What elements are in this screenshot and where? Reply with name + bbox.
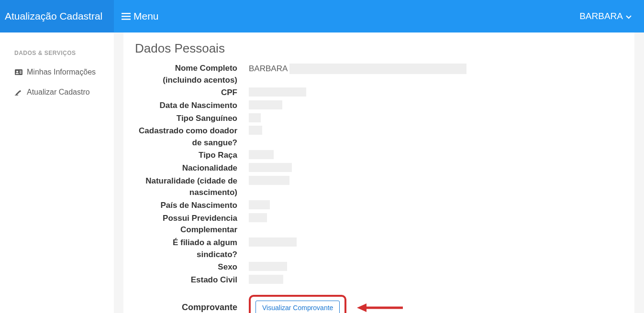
svg-rect-10 [15,95,18,96]
field-value [249,175,289,185]
id-card-icon [14,69,23,75]
redacted-value [249,237,297,247]
field-label: Comprovante [135,302,249,313]
edit-icon [14,89,23,96]
redacted-value [289,64,466,74]
redacted-value [249,150,274,159]
field-naturalidade: Naturalidade (cidade de nascimento) [135,175,623,199]
field-value [249,87,306,97]
menu-toggle[interactable]: Menu [114,11,159,22]
field-label: CPF [135,87,249,99]
field-data-nascimento: Data de Nascimento [135,100,623,112]
redacted-value [249,87,306,97]
field-label: Naturalidade (cidade de nascimento) [135,175,249,199]
svg-rect-2 [122,19,131,20]
content-panel: Dados Pessoais Nome Completo (incluindo … [123,32,634,313]
field-sexo: Sexo [135,261,623,273]
svg-marker-12 [357,303,366,312]
redacted-value [249,100,282,109]
field-label: Cadastrado como doador de sangue? [135,125,249,149]
field-label: País de Nascimento [135,200,249,212]
caret-down-icon [626,11,632,22]
field-value [249,213,267,222]
field-nome-completo: Nome Completo (incluindo acentos) BARBAR… [135,63,623,86]
sidebar-item-minhas-informacoes[interactable]: Minhas Informações [0,62,114,82]
sidebar-heading: DADOS & SERVIÇOS [0,44,114,62]
field-tipo-raca: Tipo Raça [135,150,623,162]
sidebar: DADOS & SERVIÇOS Minhas Informações Atua… [0,32,114,313]
annotation-arrow-icon [356,302,404,313]
field-comprovante: Comprovante Visualizar Comprovante [135,295,623,313]
field-value [249,100,282,109]
svg-rect-0 [122,13,131,14]
field-value [249,162,292,172]
field-label: Estado Civil [135,274,249,286]
field-value [249,200,270,209]
annotation-highlight-box: Visualizar Comprovante [249,295,346,313]
field-label: Tipo Sanguíneo [135,113,249,125]
topbar: Atualização Cadastral Menu BARBARA [0,0,644,32]
svg-rect-6 [20,71,22,71]
sidebar-item-atualizar-cadastro[interactable]: Atualizar Cadastro [0,82,114,102]
nome-value-text: BARBARA [249,63,288,75]
field-value [249,113,261,122]
svg-point-4 [16,71,18,73]
field-nacionalidade: Nacionalidade [135,162,623,174]
section-title: Dados Pessoais [135,41,623,56]
redacted-value [249,113,261,122]
sidebar-item-label: Atualizar Cadastro [27,88,90,97]
content-wrap: Dados Pessoais Nome Completo (incluindo … [114,32,644,313]
field-cpf: CPF [135,87,623,99]
brand-title[interactable]: Atualização Cadastral [0,0,114,32]
field-label: Possui Previdencia Complementar [135,213,249,236]
redacted-value [249,262,287,271]
field-tipo-sanguineo: Tipo Sanguíneo [135,113,623,125]
field-label: Data de Nascimento [135,100,249,112]
field-label: É filiado a algum sindicato? [135,237,249,260]
redacted-value [249,163,292,172]
field-label: Nacionalidade [135,162,249,174]
field-label: Sexo [135,261,249,273]
menu-label: Menu [133,11,159,22]
field-pais-nascimento: País de Nascimento [135,200,623,212]
field-value [249,261,287,271]
redacted-value [249,176,289,185]
user-name: BARBARA [579,11,623,22]
comprovante-actions: Visualizar Comprovante [249,295,404,313]
svg-rect-8 [20,73,22,74]
user-menu[interactable]: BARBARA [579,11,644,22]
svg-rect-5 [16,73,19,74]
hamburger-icon [122,13,131,20]
field-sindicato: É filiado a algum sindicato? [135,237,623,260]
redacted-value [249,200,270,209]
field-value [249,274,283,284]
redacted-value [249,126,262,135]
svg-rect-7 [20,72,22,72]
field-previdencia: Possui Previdencia Complementar [135,213,623,236]
redacted-value [249,213,267,222]
field-estado-civil: Estado Civil [135,274,623,286]
svg-rect-1 [122,16,131,17]
redacted-value [249,275,283,284]
visualizar-comprovante-button[interactable]: Visualizar Comprovante [255,301,340,313]
field-label: Tipo Raça [135,150,249,162]
field-value [249,237,297,247]
field-label: Nome Completo (incluindo acentos) [135,63,249,86]
field-value [249,125,262,135]
field-doador-sangue: Cadastrado como doador de sangue? [135,125,623,149]
field-value: BARBARA [249,63,466,75]
layout: DADOS & SERVIÇOS Minhas Informações Atua… [0,32,644,313]
field-value [249,150,274,159]
sidebar-item-label: Minhas Informações [27,68,96,76]
